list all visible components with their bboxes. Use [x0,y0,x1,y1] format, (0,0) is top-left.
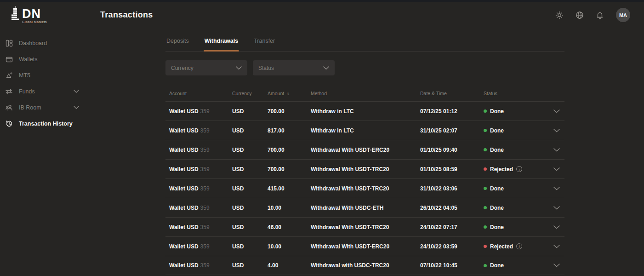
currency-filter-dropdown[interactable]: Currency [165,60,247,75]
tab-transfer[interactable]: Transfer [253,35,276,51]
sidebar-item-label: Dashboard [19,40,47,46]
cell-account-name: Wallet USD [169,127,199,134]
cell-account-name: Wallet USD [169,243,199,250]
status-label: Done [490,185,504,192]
cell-currency: USD [232,147,268,153]
chevron-down-icon [323,66,329,70]
sidebar-item-label: Funds [19,88,35,95]
cell-status: Done [484,147,553,153]
cell-account-id: 359 [200,127,210,134]
row-expand-chevron-icon[interactable] [553,187,560,190]
status-dot-icon [484,225,487,229]
cell-method: Withdrawal With USDT-TRC20 [311,185,420,192]
cell-method: Withdraw in LTC [311,127,420,134]
header-account: Account [169,91,232,96]
chevron-down-icon [74,106,79,109]
table-row[interactable]: Wallet USD359 USD 4.00 Withdrawal with U… [165,256,564,275]
filters: Currency Status [165,60,564,75]
row-expand-chevron-icon[interactable] [553,225,560,229]
cell-amount: 46.00 [268,224,311,230]
status-label: Done [490,147,504,153]
cell-account-id: 359 [200,147,210,153]
logo-text: DN [22,8,41,20]
cell-method: Withdrawal with USDC-TRC20 [311,262,420,269]
status-filter-dropdown[interactable]: Status [253,60,335,75]
sidebar-item-transaction-history[interactable]: Transaction History [0,115,97,132]
avatar[interactable]: MA [616,8,630,22]
row-expand-chevron-icon[interactable] [553,264,560,267]
theme-toggle-sun-icon[interactable] [555,11,564,19]
sidebar-item-wallets[interactable]: Wallets [0,51,97,67]
sidebar-item-funds[interactable]: Funds [0,83,97,99]
cell-amount: 10.00 [268,243,311,250]
language-globe-icon[interactable] [576,11,584,19]
cell-method: Withdrawal With USDT-ERC20 [311,243,420,250]
cell-currency: USD [232,127,268,134]
cell-datetime: 31/10/25 02:07 [420,127,484,134]
cell-account-id: 359 [200,224,210,230]
status-label: Done [490,205,504,211]
tab-deposits[interactable]: Deposits [165,35,190,51]
sidebar-item-label: Transaction History [19,121,73,127]
status-label: Done [490,108,504,115]
cell-account-id: 359 [200,108,210,115]
info-icon[interactable]: i [516,243,522,249]
row-expand-chevron-icon[interactable] [553,206,560,210]
cell-datetime: 07/12/25 01:12 [420,108,484,115]
sidebar-item-dashboard[interactable]: Dashboard [0,35,97,51]
info-icon[interactable]: i [516,166,522,172]
cell-account: Wallet USD359 [169,108,232,115]
cell-datetime: 01/10/25 08:59 [420,166,484,172]
cell-currency: USD [232,185,268,192]
sidebar-item-mt5[interactable]: MT5 [0,67,97,83]
main-content: Deposits Withdrawals Transfer Currency S… [165,35,564,275]
table-row[interactable]: Wallet USD359 USD 700.00 Withdrawal With… [165,140,564,159]
row-expand-chevron-icon[interactable] [553,148,560,152]
table-row[interactable]: Wallet USD359 USD 700.00 Withdraw in LTC… [165,101,564,121]
ib-group-icon [5,104,13,111]
row-expand-chevron-icon[interactable] [553,109,560,113]
cell-amount: 700.00 [268,108,311,115]
status-dot-icon [484,148,487,151]
sidebar-item-label: MT5 [19,72,30,79]
status-dot-icon [484,264,487,267]
cell-datetime: 26/10/22 04:05 [420,205,484,211]
cell-amount: 415.00 [268,185,311,192]
cell-amount: 700.00 [268,147,311,153]
table-body: Wallet USD359 USD 700.00 Withdraw in LTC… [165,101,564,275]
logo[interactable]: DN Global Markets [11,5,47,23]
cell-datetime: 24/10/22 07:17 [420,224,484,230]
header-amount[interactable]: Amount ↑↓ [268,91,311,96]
sidebar: Dashboard Wallets MT5 Funds [0,35,97,132]
cell-datetime: 07/10/22 10:45 [420,262,484,269]
cell-currency: USD [232,205,268,211]
sidebar-item-ib-room[interactable]: IB Room [0,99,97,115]
row-expand-chevron-icon[interactable] [553,167,560,171]
status-dot-icon [484,129,487,132]
notifications-bell-icon[interactable] [596,11,604,19]
table-row[interactable]: Wallet USD359 USD 415.00 Withdrawal With… [165,178,564,198]
status-label: Rejected [490,166,513,172]
table-row[interactable]: Wallet USD359 USD 10.00 Withdrawal With … [165,236,564,256]
transfer-arrows-icon [5,87,13,95]
cell-account-id: 359 [200,205,210,211]
table-header-row: Account Currency Amount ↑↓ Method Date &… [165,86,564,101]
table-row[interactable]: Wallet USD359 USD 46.00 Withdrawal With … [165,217,564,236]
status-dot-icon [484,167,487,171]
cell-status: Rejected i [484,243,553,250]
row-expand-chevron-icon[interactable] [553,245,560,248]
cell-datetime: 31/10/22 03:06 [420,185,484,192]
mt5-icon [5,71,13,79]
cell-amount: 817.00 [268,127,311,134]
tab-withdrawals[interactable]: Withdrawals [204,35,239,51]
cell-account-id: 359 [200,166,210,172]
currency-filter-label: Currency [171,65,236,71]
cell-amount: 10.00 [268,205,311,211]
row-expand-chevron-icon[interactable] [553,129,560,132]
table-row[interactable]: Wallet USD359 USD 700.00 Withdrawal With… [165,159,564,178]
sort-icon[interactable]: ↑↓ [286,91,289,96]
cell-amount: 4.00 [268,262,311,269]
table-row[interactable]: Wallet USD359 USD 817.00 Withdraw in LTC… [165,121,564,140]
table-row[interactable]: Wallet USD359 USD 10.00 Withdrawal With … [165,198,564,217]
header-currency: Currency [232,91,268,96]
